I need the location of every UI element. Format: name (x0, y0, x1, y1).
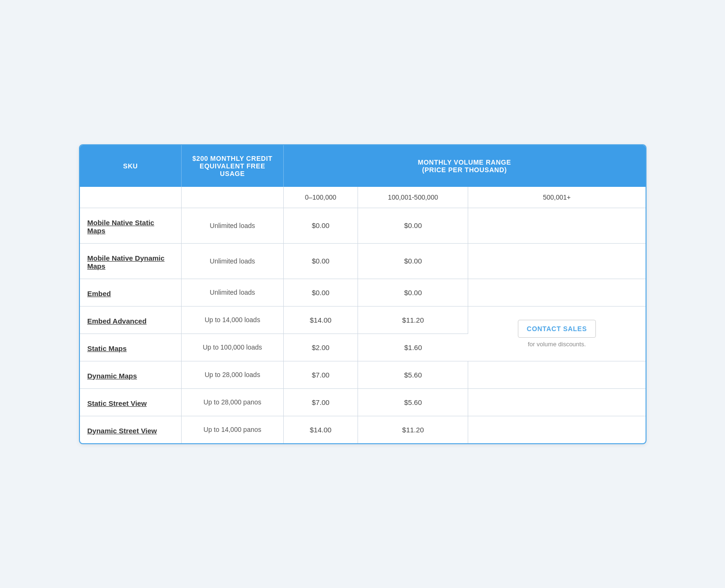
price-mid-cell: $0.00 (358, 279, 468, 306)
sub-col2 (182, 187, 283, 208)
contact-sales-cell: CONTACT SALESfor volume discounts. (468, 306, 646, 361)
sku-cell: Embed (80, 279, 182, 306)
sku-cell: Dynamic Maps (80, 361, 182, 388)
sku-link[interactable]: Dynamic Maps (87, 372, 137, 380)
table-row: Mobile Native Dynamic MapsUnlimited load… (80, 243, 646, 279)
price-high-cell (468, 416, 646, 443)
price-high-cell (468, 361, 646, 388)
pricing-table: SKU $200 MONTHLY CREDIT EQUIVALENT FREE … (80, 145, 646, 443)
price-low-cell: $14.00 (283, 416, 358, 443)
price-mid-cell: $11.20 (358, 416, 468, 443)
table-row: EmbedUnlimited loads$0.00$0.00 (80, 279, 646, 306)
sub-header-row: 0–100,000 100,001-500,000 500,001+ (80, 187, 646, 208)
sku-link[interactable]: Static Maps (87, 344, 127, 352)
table-row: Dynamic MapsUp to 28,000 loads$7.00$5.60 (80, 361, 646, 388)
credit-cell: Unlimited loads (182, 243, 283, 279)
price-high-cell (468, 243, 646, 279)
price-high-cell (468, 279, 646, 306)
contact-sales-wrapper: CONTACT SALESfor volume discounts. (476, 320, 638, 348)
for-volume-discounts-text: for volume discounts. (528, 341, 586, 348)
sku-link[interactable]: Embed Advanced (87, 317, 147, 325)
contact-sales-button[interactable]: CONTACT SALES (518, 320, 596, 338)
credit-header: $200 MONTHLY CREDIT EQUIVALENT FREE USAG… (182, 145, 283, 187)
sku-link[interactable]: Dynamic Street View (87, 427, 157, 435)
price-mid-cell: $11.20 (358, 306, 468, 333)
price-low-cell: $7.00 (283, 388, 358, 416)
sku-link[interactable]: Mobile Native Static Maps (87, 219, 155, 235)
credit-cell: Up to 14,000 panos (182, 416, 283, 443)
sku-header: SKU (80, 145, 182, 187)
price-high-cell (468, 208, 646, 243)
main-header-row: SKU $200 MONTHLY CREDIT EQUIVALENT FREE … (80, 145, 646, 187)
sub-col5: 500,001+ (468, 187, 646, 208)
price-mid-cell: $0.00 (358, 243, 468, 279)
price-low-cell: $0.00 (283, 279, 358, 306)
sub-col1 (80, 187, 182, 208)
table-row: Dynamic Street ViewUp to 14,000 panos$14… (80, 416, 646, 443)
credit-cell: Unlimited loads (182, 208, 283, 243)
price-mid-cell: $5.60 (358, 361, 468, 388)
table-row: Mobile Native Static MapsUnlimited loads… (80, 208, 646, 243)
credit-cell: Up to 14,000 loads (182, 306, 283, 333)
sub-col3: 0–100,000 (283, 187, 358, 208)
price-low-cell: $2.00 (283, 333, 358, 361)
price-mid-cell: $1.60 (358, 333, 468, 361)
table-row: Embed AdvancedUp to 14,000 loads$14.00$1… (80, 306, 646, 333)
sku-cell: Static Maps (80, 333, 182, 361)
sku-link[interactable]: Embed (87, 290, 111, 298)
price-low-cell: $0.00 (283, 208, 358, 243)
sku-cell: Dynamic Street View (80, 416, 182, 443)
price-low-cell: $0.00 (283, 243, 358, 279)
sku-cell: Mobile Native Static Maps (80, 208, 182, 243)
table-body: Mobile Native Static MapsUnlimited loads… (80, 208, 646, 443)
price-mid-cell: $0.00 (358, 208, 468, 243)
credit-cell: Unlimited loads (182, 279, 283, 306)
price-mid-cell: $5.60 (358, 388, 468, 416)
price-high-cell (468, 388, 646, 416)
sku-link[interactable]: Static Street View (87, 399, 147, 407)
price-low-cell: $7.00 (283, 361, 358, 388)
sku-cell: Mobile Native Dynamic Maps (80, 243, 182, 279)
sku-cell: Embed Advanced (80, 306, 182, 333)
pricing-table-wrapper: SKU $200 MONTHLY CREDIT EQUIVALENT FREE … (79, 144, 646, 444)
price-low-cell: $14.00 (283, 306, 358, 333)
sku-cell: Static Street View (80, 388, 182, 416)
credit-cell: Up to 28,000 panos (182, 388, 283, 416)
sub-col4: 100,001-500,000 (358, 187, 468, 208)
table-row: Static Street ViewUp to 28,000 panos$7.0… (80, 388, 646, 416)
credit-cell: Up to 28,000 loads (182, 361, 283, 388)
credit-cell: Up to 100,000 loads (182, 333, 283, 361)
volume-header: MONTHLY VOLUME RANGE (PRICE PER THOUSAND… (283, 145, 645, 187)
sku-link[interactable]: Mobile Native Dynamic Maps (87, 254, 165, 270)
